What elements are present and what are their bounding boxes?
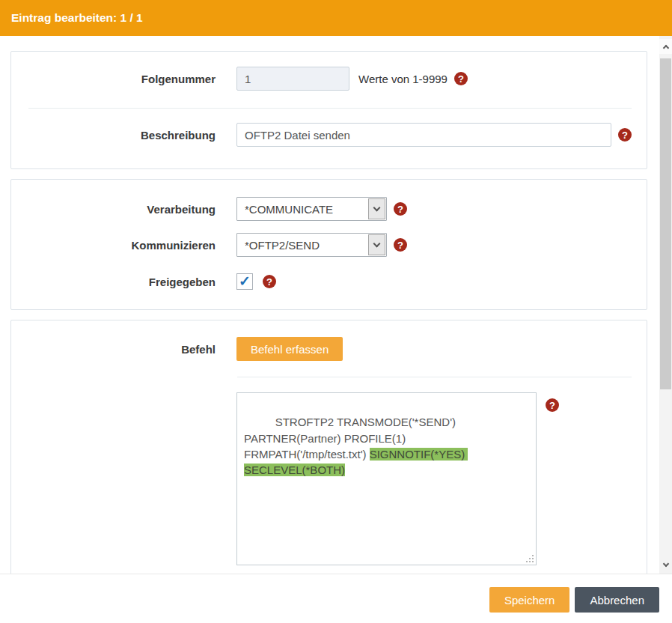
row-beschreibung: Beschreibung ? [11, 123, 647, 147]
row-freigegeben: Freigegeben ✓ ? [11, 273, 647, 290]
beschreibung-input[interactable] [236, 123, 611, 147]
help-icon[interactable]: ? [454, 72, 468, 85]
scrollbar-thumb[interactable] [660, 58, 671, 389]
beschreibung-label: Beschreibung [11, 129, 216, 142]
row-verarbeitung: Verarbeitung *COMMUNICATE ? [11, 197, 647, 221]
dialog-body: Folgenummer Werte von 1-9999 ? Beschreib… [0, 36, 659, 574]
panel-general: Folgenummer Werte von 1-9999 ? Beschreib… [10, 51, 647, 169]
befehl-label: Befehl [11, 343, 216, 356]
save-button[interactable]: Speichern [489, 587, 570, 613]
row-befehl-command: STROFTP2 TRANSMODE('*SEND') PARTNER(Part… [11, 392, 647, 565]
befehl-erfassen-button[interactable]: Befehl erfassen [236, 337, 343, 361]
row-divider [237, 377, 632, 377]
befehl-command-textarea[interactable]: STROFTP2 TRANSMODE('*SEND') PARTNER(Part… [236, 392, 537, 565]
vertical-scrollbar[interactable] [659, 36, 672, 574]
folgenummer-label: Folgenummer [11, 73, 216, 85]
freigegeben-checkbox[interactable]: ✓ [236, 273, 253, 290]
freigegeben-label: Freigegeben [11, 276, 216, 288]
resize-handle-icon[interactable] [532, 561, 534, 562]
help-icon[interactable]: ? [394, 202, 407, 216]
folgenummer-input[interactable] [236, 67, 349, 91]
row-folgenummer: Folgenummer Werte von 1-9999 ? [11, 67, 647, 91]
help-icon[interactable]: ? [263, 275, 276, 288]
help-icon[interactable]: ? [618, 128, 632, 142]
cancel-button[interactable]: Abbrechen [575, 587, 659, 613]
dialog-footer: Speichern Abbrechen [0, 574, 672, 623]
scroll-up-icon[interactable] [659, 39, 672, 54]
row-befehl-button: Befehl Befehl erfassen [11, 337, 647, 361]
chevron-down-icon[interactable] [368, 234, 385, 255]
kommunizieren-selected-value: *OFTP2/SEND [237, 239, 367, 252]
row-divider [28, 108, 632, 109]
dialog-title: Eintrag bearbeiten: 1 / 1 [11, 11, 143, 25]
help-icon[interactable]: ? [546, 398, 559, 412]
row-kommunizieren: Kommunizieren *OFTP2/SEND ? [11, 233, 647, 257]
scroll-down-icon[interactable] [659, 557, 672, 572]
help-icon[interactable]: ? [394, 238, 407, 252]
verarbeitung-select[interactable]: *COMMUNICATE [236, 197, 387, 221]
verarbeitung-label: Verarbeitung [11, 203, 216, 216]
verarbeitung-selected-value: *COMMUNICATE [237, 203, 367, 216]
chevron-down-icon[interactable] [368, 198, 385, 219]
dialog-header: Eintrag bearbeiten: 1 / 1 [0, 0, 672, 36]
panel-processing: Verarbeitung *COMMUNICATE ? Kommuniziere… [10, 179, 647, 310]
kommunizieren-label: Kommunizieren [11, 239, 216, 252]
panel-command: Befehl Befehl erfassen STROFTP2 TRANSMOD… [10, 320, 647, 574]
check-icon: ✓ [239, 274, 251, 288]
kommunizieren-select[interactable]: *OFTP2/SEND [236, 233, 387, 257]
folgenummer-hint: Werte von 1-9999 [358, 73, 448, 85]
